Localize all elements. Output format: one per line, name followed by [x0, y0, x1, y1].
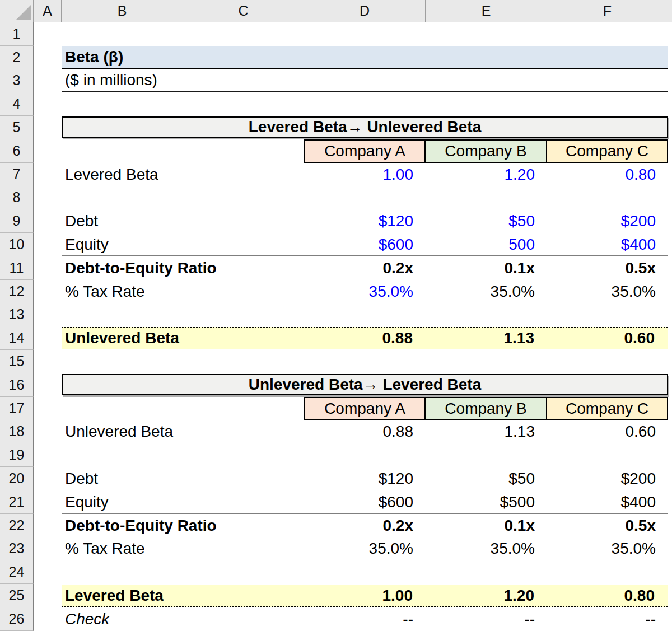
table2-result-label[interactable]: Levered Beta: [62, 585, 304, 606]
row-header-20[interactable]: 20: [0, 467, 34, 490]
column-header-d[interactable]: D: [304, 0, 426, 22]
table2-unlevered-beta-label[interactable]: Unlevered Beta: [62, 420, 304, 444]
row-header-3[interactable]: 3: [0, 69, 34, 93]
table1-company-c-header[interactable]: Company C: [547, 139, 668, 163]
row-header-25[interactable]: 25: [0, 584, 34, 607]
table1-tax-c[interactable]: 35.0%: [547, 280, 668, 303]
row-header-8[interactable]: 8: [0, 186, 34, 210]
table2-de-ratio-label[interactable]: Debt-to-Equity Ratio: [62, 514, 304, 537]
table1-result-b[interactable]: 1.13: [425, 328, 547, 349]
table2-equity-label[interactable]: Equity: [62, 490, 304, 514]
table1-tax-b[interactable]: 35.0%: [426, 280, 547, 303]
table1-company-b-header[interactable]: Company B: [426, 139, 547, 163]
row-header-10[interactable]: 10: [0, 233, 34, 256]
table1-debt-a[interactable]: $120: [304, 209, 426, 233]
table1-company-a-header[interactable]: Company A: [304, 139, 426, 163]
table2-tax-a[interactable]: 35.0%: [304, 537, 426, 561]
table2-equity-a[interactable]: $600: [304, 490, 426, 514]
column-header-f[interactable]: F: [547, 0, 668, 22]
table2-company-b-header[interactable]: Company B: [426, 397, 547, 420]
table1-levered-beta-a[interactable]: 1.00: [304, 163, 426, 186]
row-header-18[interactable]: 18: [0, 420, 34, 444]
column-header-a[interactable]: A: [34, 0, 62, 22]
row-header-14[interactable]: 14: [0, 326, 34, 350]
select-all-corner[interactable]: [0, 0, 34, 22]
table1-debt-label[interactable]: Debt: [62, 209, 304, 233]
table1-de-ratio-b[interactable]: 0.1x: [426, 256, 547, 280]
table1-equity-c[interactable]: $400: [547, 233, 668, 256]
row-header-11[interactable]: 11: [0, 256, 34, 280]
row-header-4[interactable]: 4: [0, 92, 34, 116]
table2-section-header[interactable]: Unlevered Beta→ Levered Beta: [62, 374, 668, 395]
row-header-19[interactable]: 19: [0, 443, 34, 467]
table2-equity-c[interactable]: $400: [547, 490, 668, 514]
table2-equity-b[interactable]: $500: [426, 490, 547, 514]
table2-result-row: Levered Beta 1.00 1.20 0.80: [62, 585, 668, 607]
column-header-b[interactable]: B: [62, 0, 183, 22]
row-header-9[interactable]: 9: [0, 209, 34, 233]
check-a[interactable]: --: [304, 607, 426, 631]
table1-levered-beta-b[interactable]: 1.20: [426, 163, 547, 186]
column-header-c[interactable]: C: [183, 0, 304, 22]
table2-debt-b[interactable]: $50: [426, 467, 547, 490]
table2-tax-label[interactable]: % Tax Rate: [62, 537, 304, 561]
table2-tax-b[interactable]: 35.0%: [426, 537, 547, 561]
table1-equity-label[interactable]: Equity: [62, 233, 304, 256]
spreadsheet: A B C D E F 1 2 Beta (β) 3 ($ in million…: [0, 0, 672, 631]
table1-tax-a[interactable]: 35.0%: [304, 280, 426, 303]
table2-unlevered-beta-b[interactable]: 1.13: [426, 420, 547, 444]
sheet-subtitle-cell[interactable]: ($ in millions): [62, 69, 668, 93]
table2-de-ratio-c[interactable]: 0.5x: [547, 514, 668, 537]
check-label[interactable]: Check: [62, 607, 304, 631]
sheet-title-cell[interactable]: Beta (β): [62, 46, 668, 69]
row-header-17[interactable]: 17: [0, 397, 34, 420]
table2-company-a-header[interactable]: Company A: [304, 397, 426, 420]
row-header-5[interactable]: 5: [0, 116, 34, 139]
table2-result-c[interactable]: 0.80: [547, 585, 667, 606]
row-header-26[interactable]: 26: [0, 607, 34, 631]
table2-de-ratio-a[interactable]: 0.2x: [304, 514, 426, 537]
select-all-triangle-icon: [16, 4, 31, 20]
table2-result-a[interactable]: 1.00: [304, 585, 425, 606]
row-header-1[interactable]: 1: [0, 22, 34, 46]
table1-section-header[interactable]: Levered Beta→ Unlevered Beta: [62, 116, 668, 138]
row-header-24[interactable]: 24: [0, 560, 34, 584]
row-header-15[interactable]: 15: [0, 350, 34, 373]
table1-result-a[interactable]: 0.88: [304, 328, 425, 349]
row-header-6[interactable]: 6: [0, 139, 34, 163]
table1-debt-c[interactable]: $200: [547, 209, 668, 233]
table1-equity-b[interactable]: 500: [426, 233, 547, 256]
table1-levered-beta-label[interactable]: Levered Beta: [62, 163, 304, 186]
column-header-row: A B C D E F: [0, 0, 672, 22]
table1-debt-b[interactable]: $50: [426, 209, 547, 233]
table1-levered-beta-c[interactable]: 0.80: [547, 163, 668, 186]
table2-result-b[interactable]: 1.20: [425, 585, 547, 606]
table2-debt-a[interactable]: $120: [304, 467, 426, 490]
table2-unlevered-beta-a[interactable]: 0.88: [304, 420, 426, 444]
table1-tax-label[interactable]: % Tax Rate: [62, 280, 304, 303]
table1-de-ratio-c[interactable]: 0.5x: [547, 256, 668, 280]
row-header-16[interactable]: 16: [0, 373, 34, 397]
table2-tax-c[interactable]: 35.0%: [547, 537, 668, 561]
row-header-12[interactable]: 12: [0, 280, 34, 303]
table1-de-ratio-label[interactable]: Debt-to-Equity Ratio: [62, 256, 304, 280]
row-header-22[interactable]: 22: [0, 514, 34, 537]
table1-result-label[interactable]: Unlevered Beta: [62, 328, 304, 349]
table1-equity-a[interactable]: $600: [304, 233, 426, 256]
table2-unlevered-beta-c[interactable]: 0.60: [547, 420, 668, 444]
row-header-7[interactable]: 7: [0, 163, 34, 186]
row-header-23[interactable]: 23: [0, 537, 34, 561]
table1-result-c[interactable]: 0.60: [547, 328, 667, 349]
table2-de-ratio-b[interactable]: 0.1x: [426, 514, 547, 537]
row-header-21[interactable]: 21: [0, 490, 34, 514]
check-b[interactable]: --: [426, 607, 547, 631]
table1-result-row: Unlevered Beta 0.88 1.13 0.60: [62, 327, 668, 349]
column-header-e[interactable]: E: [426, 0, 547, 22]
table1-de-ratio-a[interactable]: 0.2x: [304, 256, 426, 280]
table2-company-c-header[interactable]: Company C: [547, 397, 668, 420]
check-c[interactable]: --: [547, 607, 668, 631]
table2-debt-label[interactable]: Debt: [62, 467, 304, 490]
table2-debt-c[interactable]: $200: [547, 467, 668, 490]
row-header-2[interactable]: 2: [0, 46, 34, 69]
row-header-13[interactable]: 13: [0, 303, 34, 327]
